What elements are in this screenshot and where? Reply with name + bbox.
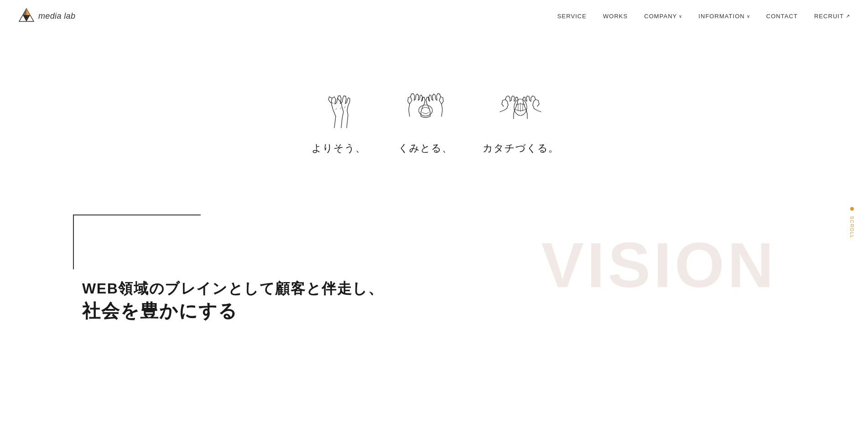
- scroll-indicator: SCROLL: [849, 207, 854, 238]
- hero-section: よりそう、: [0, 32, 868, 205]
- logo-icon: [18, 8, 35, 24]
- vision-text-line1: WEB領域のブレインとして顧客と伴走し、: [82, 278, 868, 299]
- information-dropdown-arrow: ∨: [747, 14, 750, 19]
- nav-item-works[interactable]: WORKS: [603, 12, 628, 20]
- nav-item-information[interactable]: INFORMATION ∨: [698, 13, 749, 20]
- vision-text-line2: 社会を豊かにする: [82, 299, 868, 323]
- hands-holding-drawing: [309, 78, 369, 132]
- hero-illustrations: よりそう、: [309, 78, 559, 155]
- shaping-hands-drawing: [491, 78, 550, 132]
- logo-text: media lab: [38, 11, 75, 21]
- svg-point-1: [419, 105, 432, 116]
- nav-item-contact[interactable]: CONTACT: [766, 12, 798, 20]
- cupped-hands-drawing: [396, 78, 455, 132]
- illustration-kumitoru: くみとる、: [396, 78, 455, 155]
- logo[interactable]: media lab: [18, 8, 75, 24]
- vision-content: WEB領域のブレインとして顧客と伴走し、 社会を豊かにする: [0, 233, 868, 323]
- illustration-label-3: カタチづくる。: [483, 141, 559, 155]
- main-content: よりそう、: [0, 0, 868, 445]
- illustration-yorisou: よりそう、: [309, 78, 369, 155]
- scroll-dot: [850, 207, 854, 210]
- nav-item-service[interactable]: SERVICE: [557, 12, 587, 20]
- illustration-label-2: くみとる、: [398, 141, 453, 155]
- scroll-text: SCROLL: [849, 216, 854, 238]
- illustration-katachi: カタチづくる。: [483, 78, 559, 155]
- illustration-label-1: よりそう、: [312, 141, 366, 155]
- vision-section: VISION WEB領域のブレインとして顧客と伴走し、 社会を豊かにする: [0, 205, 868, 342]
- nav-item-company[interactable]: COMPANY ∨: [644, 13, 682, 20]
- nav-menu: SERVICE WORKS COMPANY ∨ INFORMATION ∨ CO…: [557, 12, 850, 20]
- recruit-external-icon: ↗: [846, 13, 850, 19]
- navbar: media lab SERVICE WORKS COMPANY ∨ INFORM…: [0, 0, 868, 32]
- nav-item-recruit[interactable]: RECRUIT ↗: [814, 13, 850, 20]
- company-dropdown-arrow: ∨: [679, 14, 682, 19]
